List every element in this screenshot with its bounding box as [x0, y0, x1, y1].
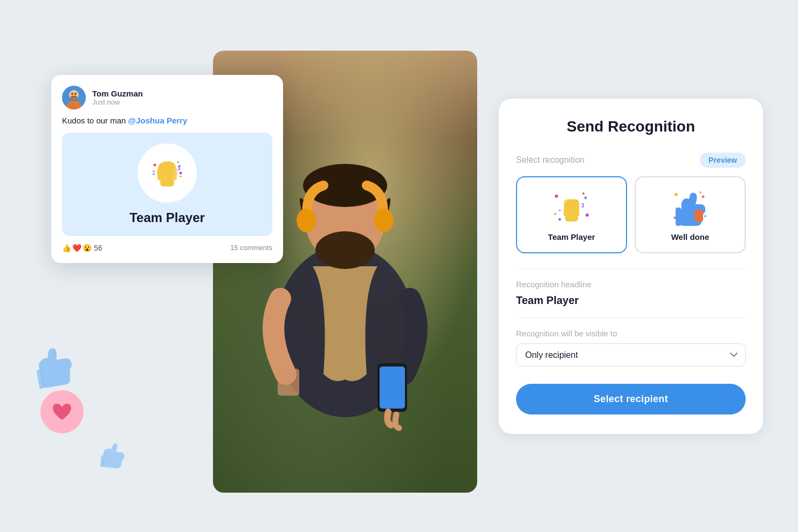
- comments-count: 15 comments: [230, 244, 272, 252]
- team-player-label: Team Player: [548, 232, 595, 241]
- svg-point-3: [315, 231, 375, 269]
- reaction-icons: 👍 ❤️ 😮: [62, 244, 92, 252]
- svg-point-35: [704, 215, 706, 217]
- visibility-select[interactable]: Only recipient Everyone: [516, 343, 746, 367]
- svg-rect-8: [278, 369, 299, 396]
- recognition-option-well-done[interactable]: Well done: [635, 176, 746, 253]
- svg-point-20: [177, 161, 179, 163]
- social-card: Tom Guzman Just now Kudos to our man @Jo…: [51, 75, 283, 263]
- svg-point-16: [154, 163, 156, 166]
- thumbs-reaction-icon: 👍: [62, 244, 71, 252]
- select-recognition-row: Select recognition Preview: [516, 153, 746, 168]
- svg-rect-38: [694, 210, 703, 222]
- svg-point-12: [71, 93, 73, 95]
- right-panel: Send Recognition Select recognition Prev…: [499, 99, 763, 434]
- divider-2: [516, 317, 746, 318]
- avatar: [62, 86, 86, 109]
- svg-point-4: [297, 209, 316, 232]
- left-side: Tom Guzman Just now Kudos to our man @Jo…: [35, 24, 477, 509]
- recognition-option-team-player[interactable]: 3 Team Player: [516, 176, 627, 253]
- card-footer: 👍 ❤️ 😮 56 15 comments: [62, 244, 272, 252]
- recognition-headline-value: Team Player: [516, 294, 746, 307]
- card-header: Tom Guzman Just now: [62, 86, 272, 109]
- well-done-label: Well done: [671, 232, 710, 241]
- select-recipient-button[interactable]: Select recipient: [516, 384, 746, 414]
- svg-point-28: [582, 192, 584, 195]
- svg-rect-7: [380, 367, 405, 409]
- panel-title: Send Recognition: [516, 118, 746, 135]
- preview-button[interactable]: Preview: [700, 153, 746, 168]
- select-recognition-label: Select recognition: [516, 155, 584, 165]
- svg-rect-15: [160, 179, 174, 186]
- svg-text:3: 3: [177, 165, 181, 171]
- card-message: Kudos to our man @Joshua Perry: [62, 116, 272, 125]
- svg-point-33: [702, 195, 705, 198]
- heart-reaction-icon: ❤️: [72, 244, 81, 252]
- reactions-count: 56: [94, 244, 102, 252]
- svg-point-13: [74, 93, 77, 95]
- svg-point-32: [675, 193, 678, 196]
- svg-point-25: [584, 196, 587, 199]
- svg-point-36: [699, 191, 701, 194]
- float-thumb-small-icon: [98, 440, 128, 477]
- svg-point-5: [374, 209, 394, 232]
- badge-icon-circle: 3: [137, 143, 197, 203]
- svg-point-27: [586, 213, 589, 217]
- card-user-name: Tom Guzman: [92, 89, 143, 98]
- svg-point-14: [70, 95, 78, 101]
- recognition-headline-label: Recognition headline: [516, 280, 746, 289]
- svg-point-18: [153, 170, 155, 172]
- recognition-options: 3 Team Player: [516, 176, 746, 253]
- recognition-badge-card: 3 Team Player: [62, 133, 272, 236]
- card-user-info: Tom Guzman Just now: [92, 89, 143, 106]
- card-timestamp: Just now: [92, 98, 143, 106]
- wow-reaction-icon: 😮: [82, 244, 92, 252]
- well-done-icon-wrapper: [671, 188, 710, 227]
- message-text: Kudos to our man: [62, 116, 128, 125]
- team-player-icon-wrapper: 3: [552, 188, 591, 227]
- svg-rect-37: [676, 208, 681, 226]
- reactions: 👍 ❤️ 😮 56: [62, 244, 102, 252]
- card-mention: @Joshua Perry: [128, 116, 188, 125]
- main-container: Tom Guzman Just now Kudos to our man @Jo…: [27, 18, 771, 514]
- svg-rect-30: [565, 215, 578, 222]
- divider-1: [516, 268, 746, 269]
- svg-point-29: [559, 218, 561, 220]
- svg-point-26: [554, 213, 556, 215]
- svg-point-24: [555, 195, 558, 198]
- svg-point-19: [180, 171, 182, 174]
- badge-title: Team Player: [129, 210, 205, 225]
- svg-text:3: 3: [581, 203, 584, 209]
- float-heart-icon: [40, 390, 84, 433]
- visibility-label: Recognition will be visible to: [516, 329, 746, 338]
